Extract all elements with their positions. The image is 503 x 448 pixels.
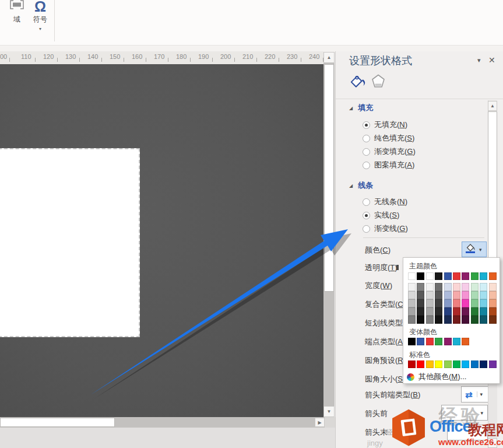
option-solid-fill[interactable]: 纯色填充(S) xyxy=(363,133,414,144)
color-swatch[interactable] xyxy=(489,283,497,291)
radio-icon[interactable] xyxy=(363,121,370,129)
color-swatch[interactable] xyxy=(480,360,487,368)
scroll-up-button[interactable]: ▲ xyxy=(323,52,335,63)
vertical-scrollbar-thumb[interactable] xyxy=(324,64,334,292)
color-swatch[interactable] xyxy=(435,283,442,291)
color-swatch[interactable] xyxy=(426,283,434,291)
option-no-fill[interactable]: 无填充(N) xyxy=(363,120,407,130)
color-swatch[interactable] xyxy=(435,272,442,280)
color-swatch[interactable] xyxy=(444,338,452,345)
document-canvas[interactable] xyxy=(0,64,323,417)
color-swatch[interactable] xyxy=(471,291,479,299)
color-swatch[interactable] xyxy=(462,272,469,280)
color-swatch[interactable] xyxy=(417,307,424,316)
symbol-button[interactable]: Ω 符号 ▾ xyxy=(30,0,50,32)
pane-menu-button[interactable]: ▾ xyxy=(477,57,481,64)
option-no-line[interactable]: 无线条(N) xyxy=(363,197,407,207)
color-swatch[interactable] xyxy=(408,316,416,324)
color-swatch[interactable] xyxy=(444,316,452,324)
color-swatch[interactable] xyxy=(471,272,479,280)
color-swatch[interactable] xyxy=(471,307,479,316)
color-swatch[interactable] xyxy=(462,360,469,368)
color-swatch[interactable] xyxy=(435,360,442,368)
color-swatch[interactable] xyxy=(435,307,442,316)
option-pattern-fill[interactable]: 图案填充(A) xyxy=(363,160,414,170)
color-swatch[interactable] xyxy=(489,316,497,324)
color-swatch[interactable] xyxy=(480,299,487,307)
color-swatch[interactable] xyxy=(453,299,460,307)
color-swatch[interactable] xyxy=(444,291,452,299)
color-swatch[interactable] xyxy=(462,299,469,307)
field-button[interactable]: 域 xyxy=(6,0,28,24)
color-swatch[interactable] xyxy=(462,283,469,291)
option-gradient-fill[interactable]: 渐变填充(G) xyxy=(363,146,416,157)
more-colors-item[interactable]: 其他颜色(M)... xyxy=(407,372,466,382)
color-swatch[interactable] xyxy=(408,307,416,316)
color-swatch[interactable] xyxy=(426,338,434,345)
color-swatch[interactable] xyxy=(435,338,442,345)
color-swatch[interactable] xyxy=(489,307,497,316)
color-swatch[interactable] xyxy=(444,299,452,307)
radio-icon[interactable] xyxy=(363,212,370,219)
pane-close-button[interactable]: ✕ xyxy=(488,55,495,65)
color-swatch[interactable] xyxy=(462,338,469,345)
line-section-header[interactable]: ◢ 线条 xyxy=(349,180,373,191)
color-swatch[interactable] xyxy=(417,283,424,291)
color-swatch[interactable] xyxy=(453,360,460,368)
color-swatch[interactable] xyxy=(408,272,416,280)
radio-icon[interactable] xyxy=(363,162,370,169)
color-swatch[interactable] xyxy=(471,360,479,368)
color-swatch[interactable] xyxy=(453,291,460,299)
tab-fill-and-line[interactable] xyxy=(349,73,365,92)
arrow-end-type-dropdown[interactable]: ▾ xyxy=(447,425,488,440)
color-swatch[interactable] xyxy=(453,283,460,291)
color-swatch[interactable] xyxy=(471,283,479,291)
arrow-front-type-dropdown[interactable]: ⇄ ▾ xyxy=(461,386,488,402)
pane-scroll-down-button[interactable]: ▼ xyxy=(488,438,497,448)
pane-scroll-up-button[interactable]: ▲ xyxy=(488,101,497,111)
color-swatch[interactable] xyxy=(417,338,424,345)
color-swatch[interactable] xyxy=(417,316,424,324)
color-swatch[interactable] xyxy=(480,291,487,299)
color-swatch[interactable] xyxy=(408,338,416,345)
color-swatch[interactable] xyxy=(480,283,487,291)
color-swatch[interactable] xyxy=(480,316,487,324)
color-swatch[interactable] xyxy=(444,307,452,316)
color-swatch[interactable] xyxy=(435,299,442,307)
color-swatch[interactable] xyxy=(453,338,460,345)
color-swatch[interactable] xyxy=(426,299,434,307)
color-swatch[interactable] xyxy=(408,299,416,307)
color-swatch[interactable] xyxy=(453,272,460,280)
color-swatch[interactable] xyxy=(417,291,424,299)
horizontal-scrollbar-thumb[interactable] xyxy=(0,418,115,427)
scroll-down-button[interactable]: ▼ xyxy=(323,406,335,417)
color-swatch[interactable] xyxy=(417,360,424,368)
color-swatch[interactable] xyxy=(417,272,424,280)
color-swatch[interactable] xyxy=(426,316,434,324)
option-gradient-line[interactable]: 渐变线(G) xyxy=(363,223,408,234)
color-swatch[interactable] xyxy=(462,316,469,324)
color-swatch[interactable] xyxy=(444,360,452,368)
color-swatch[interactable] xyxy=(480,272,487,280)
color-swatch[interactable] xyxy=(489,291,497,299)
color-swatch[interactable] xyxy=(426,291,434,299)
color-swatch[interactable] xyxy=(444,272,452,280)
color-swatch[interactable] xyxy=(417,299,424,307)
color-swatch[interactable] xyxy=(444,283,452,291)
fill-section-header[interactable]: ◢ 填充 xyxy=(349,103,373,113)
color-swatch[interactable] xyxy=(489,360,497,368)
arrow-front-size-dropdown[interactable]: ▾ xyxy=(441,405,488,421)
color-swatch[interactable] xyxy=(462,291,469,299)
color-swatch[interactable] xyxy=(408,291,416,299)
color-swatch[interactable] xyxy=(408,360,416,368)
color-swatch[interactable] xyxy=(471,299,479,307)
color-swatch[interactable] xyxy=(435,316,442,324)
color-swatch[interactable] xyxy=(489,299,497,307)
pane-scrollbar-thumb[interactable] xyxy=(488,111,497,281)
color-swatch[interactable] xyxy=(480,307,487,316)
selected-shape[interactable] xyxy=(0,148,140,337)
color-swatch[interactable] xyxy=(426,360,434,368)
radio-icon[interactable] xyxy=(363,198,370,206)
color-swatch[interactable] xyxy=(489,272,497,280)
radio-icon[interactable] xyxy=(363,148,370,156)
